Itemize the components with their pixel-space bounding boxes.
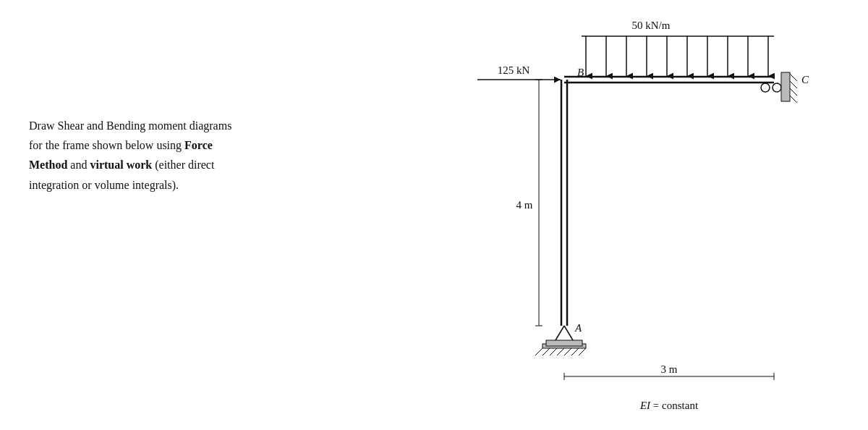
problem-statement: Draw Shear and Bending moment diagrams f… bbox=[29, 116, 304, 195]
svg-rect-16 bbox=[781, 72, 790, 101]
svg-line-18 bbox=[790, 81, 797, 88]
svg-point-14 bbox=[761, 83, 770, 92]
svg-rect-39 bbox=[546, 340, 582, 346]
load-label: 50 kN/m bbox=[632, 20, 671, 31]
ei-label: EI = constant bbox=[639, 400, 699, 411]
svg-line-3 bbox=[535, 348, 542, 355]
dim-3m-label: 3 m bbox=[661, 363, 678, 375]
dim-4m-label: 4 m bbox=[516, 199, 533, 211]
method-bold: Method bbox=[29, 159, 67, 171]
svg-line-19 bbox=[790, 88, 797, 96]
and-text: and bbox=[70, 159, 87, 171]
problem-text-line4: integration or volume integrals). bbox=[29, 179, 179, 191]
svg-line-17 bbox=[790, 74, 797, 81]
problem-text-line1: Draw Shear and Bending moment diagrams bbox=[29, 119, 231, 132]
structural-diagram: 50 kN/m 125 kN B C A 4 m 3 m EI = consta… bbox=[420, 14, 854, 420]
node-c-label: C bbox=[801, 74, 809, 85]
paren-text: (either direct bbox=[155, 159, 214, 171]
force-method-bold: Force bbox=[184, 139, 213, 151]
problem-text-line2: for the frame shown below using bbox=[29, 139, 182, 151]
svg-point-15 bbox=[773, 83, 781, 92]
virtual-work-bold: virtual work bbox=[90, 159, 152, 171]
svg-line-20 bbox=[790, 96, 797, 103]
svg-line-5 bbox=[550, 348, 557, 355]
svg-line-8 bbox=[571, 348, 579, 355]
node-b-label: B bbox=[577, 67, 584, 78]
force-label: 125 kN bbox=[498, 64, 530, 76]
svg-line-4 bbox=[542, 348, 550, 355]
svg-line-7 bbox=[564, 348, 571, 355]
svg-line-9 bbox=[579, 348, 586, 355]
node-a-label: A bbox=[574, 322, 582, 334]
svg-line-6 bbox=[557, 348, 564, 355]
